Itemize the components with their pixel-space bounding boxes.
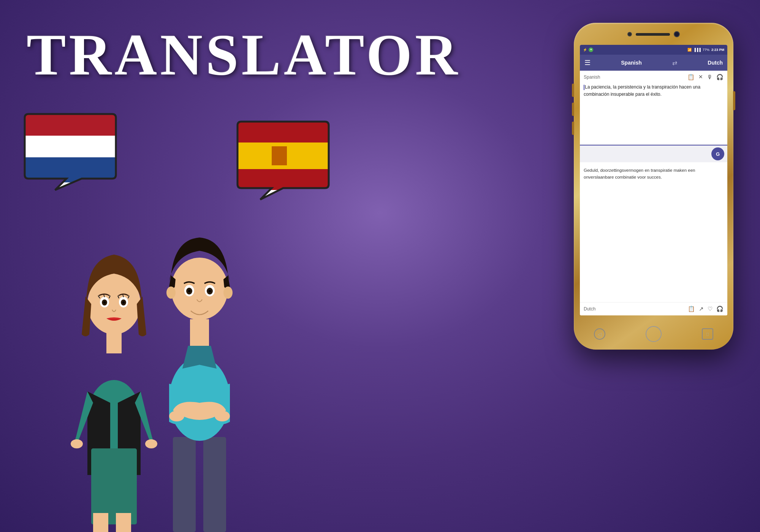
svg-rect-6 [272,146,287,165]
bottom-nav: ◁ ⎕ [574,326,733,342]
wifi-icon: 📶 [687,48,692,52]
app-title: TRANSLATOR [27,21,461,89]
svg-point-28 [166,287,176,299]
phone-mockup: ⚡ ✦ 📶 ▐▐▐ 77% 2:23 PM ☰ Spanish ⇄ Dutch [574,23,733,350]
listen-icon[interactable]: 🎧 [716,306,724,312]
back-button[interactable]: ◁ [594,328,605,340]
svg-rect-22 [203,437,226,532]
status-bar: ⚡ ✦ 📶 ▐▐▐ 77% 2:23 PM [580,45,727,55]
svg-point-34 [188,290,190,292]
favorite-icon[interactable]: ♡ [708,306,712,312]
output-section: Geduld, doorzettingsvermogen en transpir… [580,162,727,223]
usb-icon: ⚡ [583,48,587,52]
menu-icon[interactable]: ☰ [584,59,591,67]
phone-screen: ⚡ ✦ 📶 ▐▐▐ 77% 2:23 PM ☰ Spanish ⇄ Dutch [580,45,727,315]
clipboard-icon[interactable]: 📋 [687,74,695,81]
svg-point-17 [122,301,125,304]
mic-icon[interactable]: 🎙 [707,74,712,81]
audio-icon[interactable]: 🎧 [716,74,724,81]
svg-point-25 [215,411,230,421]
output-action-icons: 📋 ↗ ♡ 🎧 [688,306,724,312]
home-button[interactable] [646,326,662,342]
source-language[interactable]: Spanish [621,60,641,66]
dutch-flag-bubble [21,110,120,195]
input-lang-label: Spanish [584,74,600,80]
svg-point-27 [171,258,228,320]
target-language[interactable]: Dutch [708,60,723,66]
svg-rect-18 [106,331,122,353]
signal-bars: ▐▐▐ [694,48,701,52]
svg-rect-21 [173,437,196,532]
camera-front [674,31,680,37]
svg-rect-10 [116,513,131,532]
svg-rect-5 [238,169,329,190]
recent-apps-button[interactable]: ⎕ [702,328,713,340]
app-header: ☰ Spanish ⇄ Dutch [580,55,727,71]
svg-rect-3 [238,122,329,142]
svg-rect-9 [93,513,108,532]
android-icon: ✦ [589,48,593,52]
svg-point-35 [209,290,211,292]
spanish-flag-bubble [226,118,332,207]
output-lang-label: Dutch [584,306,595,312]
translate-button[interactable]: G [711,147,724,160]
svg-point-19 [71,439,83,448]
svg-point-16 [103,301,106,304]
clear-icon[interactable]: ✕ [698,74,703,81]
time: 2:23 PM [711,48,724,52]
output-bar: Dutch 📋 ↗ ♡ 🎧 [580,302,727,315]
svg-rect-26 [190,319,209,346]
swap-languages-icon[interactable]: ⇄ [672,59,677,66]
translate-button-row: G [580,145,727,162]
svg-point-24 [169,411,184,421]
share-icon[interactable]: ↗ [699,306,704,312]
male-character [144,217,255,532]
svg-rect-1 [25,136,116,157]
input-action-icons: 📋 ✕ 🎙 🎧 [687,74,724,81]
speaker-grille [636,33,670,36]
input-section: Spanish 📋 ✕ 🎙 🎧 La paciencia, la persist… [580,71,727,145]
camera-left [627,32,632,36]
output-text: Geduld, doorzettingsvermogen en transpir… [584,167,724,181]
svg-point-29 [223,287,233,299]
copy-icon[interactable]: 📋 [688,306,695,312]
battery-percent: 77% [703,48,709,52]
status-right: 📶 ▐▐▐ 77% 2:23 PM [687,48,724,52]
input-text-area[interactable]: La paciencia, la persistencia y la trans… [584,84,724,101]
svg-rect-0 [25,114,116,136]
